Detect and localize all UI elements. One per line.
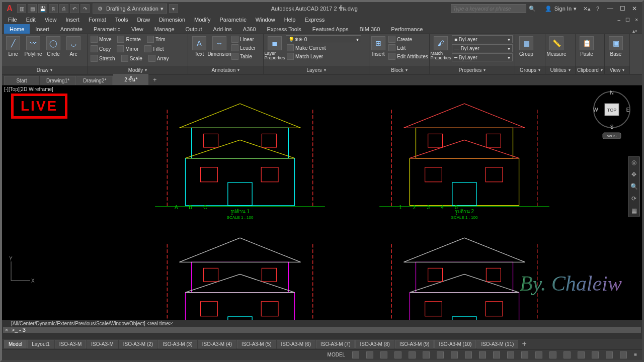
stretch-button[interactable]: Stretch [90,54,116,62]
new-layout-tab-button[interactable]: + [519,339,529,349]
layout-tab[interactable]: ISO-A3-M [55,340,86,348]
chevron-down-icon[interactable]: ▾ [237,68,239,72]
status-3dosnap-icon[interactable] [435,350,446,359]
mdi-close[interactable]: × [633,17,640,23]
ribbon-tab-express-tools[interactable]: Express Tools [262,24,307,34]
ribbon-tab-featured-apps[interactable]: Featured Apps [307,24,354,34]
chevron-down-icon[interactable]: ▾ [622,68,624,72]
file-tab[interactable]: Drawing2* [76,76,113,85]
status-snap-icon[interactable] [364,350,375,359]
status-cleanscreen-icon[interactable] [618,350,629,359]
match-layer-button[interactable]: Match Layer [286,52,367,60]
circle-button[interactable]: ◯Circle [44,35,62,57]
leader-button[interactable]: Leader [230,44,257,52]
layout-tab[interactable]: ISO-A3-M [87,340,118,348]
ribbon-tab-view[interactable]: View [126,24,149,34]
ribbon-tab-parametric[interactable]: Parametric [88,24,126,34]
lineweight-combo[interactable]: ━ ByLayer▾ [452,53,513,61]
menu-edit[interactable]: Edit [22,16,40,23]
chevron-down-icon[interactable]: ▾ [406,68,408,72]
layout-tab[interactable]: ISO-A3-M (4) [198,340,236,348]
qat-more-icon[interactable]: ▾ [169,4,178,13]
chevron-down-icon[interactable]: ▾ [484,68,486,72]
status-customize-icon[interactable]: ≡ [632,351,639,358]
close-icon[interactable]: × [3,327,10,333]
nav-zoom-icon[interactable]: 🔍 [628,180,639,193]
sign-in-button[interactable]: 👤 Sign In ▾ [541,4,580,13]
layout-tab[interactable]: ISO-A3-M (9) [395,340,434,348]
create-button[interactable]: Create [387,35,429,43]
layout-tab[interactable]: ISO-A3-M (6) [277,340,315,348]
linear-button[interactable]: Linear [230,35,257,43]
status-lockui-icon[interactable] [576,350,587,359]
exchange-icon[interactable]: ✕▴ [583,5,591,13]
mdi-max[interactable]: ☐ [623,17,632,23]
menu-modify[interactable]: Modify [190,16,214,23]
status-cycling-icon[interactable] [491,350,502,359]
layout-tab[interactable]: ISO-A3-M (5) [237,340,276,348]
menu-help[interactable]: Help [280,16,300,23]
table-button[interactable]: Table [230,52,257,60]
status-osnap-icon[interactable] [421,350,432,359]
menu-view[interactable]: View [41,16,61,23]
current-layer-combo[interactable]: 💡❄☀ 0▾ [286,35,361,43]
edit-attributes-button[interactable]: Edit Attributes [387,52,429,60]
ribbon-tab-annotate[interactable]: Annotate [55,24,88,34]
minimize-button[interactable]: — [605,4,616,13]
menu-window[interactable]: Window [252,16,279,23]
ribbon-tab-manage[interactable]: Manage [149,24,180,34]
dimension-button[interactable]: ↔Dimension [210,35,228,57]
menu-format[interactable]: Format [85,16,110,23]
qat-saveas-icon[interactable]: ⎘ [49,4,58,13]
move-button[interactable]: Move [90,35,112,43]
command-input[interactable] [19,327,641,333]
mdi-min[interactable]: – [616,17,623,23]
menu-express[interactable]: Express [300,16,329,23]
trim-button[interactable]: Trim [146,35,167,43]
layout-tab[interactable]: ISO-A3-M (11) [476,340,518,348]
status-ortho-icon[interactable] [378,350,389,359]
copy-button[interactable]: Copy [90,45,112,53]
status-otrack-icon[interactable] [449,350,460,359]
app-logo-icon[interactable]: A [4,3,15,14]
base-view-button[interactable]: ▣Base [607,35,625,57]
status-isoplane-icon[interactable] [407,350,418,359]
nav-pan-icon[interactable]: ✥ [628,168,639,180]
file-tab[interactable]: 2 ชั้น* [113,74,148,85]
layout-tab[interactable]: Model [4,340,27,348]
line-button[interactable]: ╱Line [4,35,22,57]
status-workspace-icon[interactable] [519,350,530,359]
close-button[interactable]: ✕ [629,4,640,13]
new-file-tab-button[interactable]: + [149,75,160,85]
scale-button[interactable]: Scale [120,54,143,62]
layer-properties-button[interactable]: ≣Layer Properties [266,35,284,60]
status-units-icon[interactable] [547,350,558,359]
chevron-down-icon[interactable]: ▾ [569,68,571,72]
file-tab[interactable]: Start [4,76,39,85]
chevron-down-icon[interactable]: ▾ [538,68,540,72]
ribbon-tab-performance[interactable]: Performance [385,24,428,34]
nav-wheel-icon[interactable]: ◎ [628,156,639,168]
file-tab[interactable]: Drawing1* [40,76,76,85]
chevron-down-icon[interactable]: ▾ [50,68,52,72]
group-button[interactable]: ▦Group [517,35,535,57]
insert-block-button[interactable]: ⊞Insert [371,35,385,57]
qat-save-icon[interactable]: 💾 [38,4,47,13]
rotate-button[interactable]: Rotate [116,35,141,43]
chevron-down-icon[interactable]: ▾ [324,68,326,72]
status-lineweight-icon[interactable] [463,350,474,359]
qat-undo-icon[interactable]: ↶ [70,4,79,13]
maximize-button[interactable]: ☐ [617,4,628,13]
layout-tab[interactable]: ISO-A3-M (7) [316,340,355,348]
menu-file[interactable]: File [4,16,21,23]
drawing-canvas[interactable]: [-][Top][2D Wireframe] LIVE A B Cรูปด้าน… [2,85,642,320]
layout-tab[interactable]: ISO-A3-M (3) [158,340,197,348]
linetype-combo[interactable]: — ByLayer▾ [452,44,513,52]
view-cube[interactable]: N S W E TOP WCS [592,88,632,139]
layout-tab[interactable]: ISO-A3-M (2) [119,340,157,348]
edit-button[interactable]: Edit [387,44,429,52]
layout-tab[interactable]: ISO-A3-M (8) [355,340,394,348]
measure-button[interactable]: 📏Measure [547,35,566,57]
arc-button[interactable]: ◡Arc [64,35,83,57]
ribbon-tab-output[interactable]: Output [180,24,208,34]
